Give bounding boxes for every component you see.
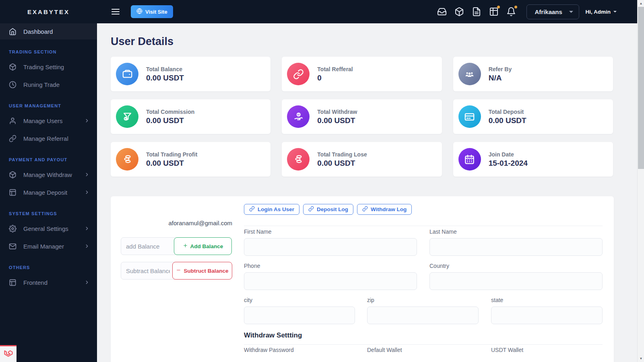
sidebar-item-trading-setting[interactable]: Trading Setting bbox=[0, 58, 97, 76]
user-details-panel: aforanamul@gmail.com Add Balance Subtruc… bbox=[111, 196, 614, 362]
stat-value: 0.00 USDT bbox=[146, 74, 184, 82]
sidebar-item-dashboard[interactable]: Dashboard bbox=[0, 23, 97, 39]
sidebar-item-label: Manage Referral bbox=[23, 135, 68, 142]
withdraw-log-button[interactable]: Withdraw Log bbox=[357, 204, 412, 215]
sidebar-item-frontend[interactable]: Frontend bbox=[0, 274, 97, 291]
sidebar-item-manage-withdraw[interactable]: Manage Withdraw bbox=[0, 166, 97, 183]
last-name-label: Last Name bbox=[429, 228, 457, 235]
section-title: TRADING SECTION bbox=[0, 46, 97, 58]
visit-site-label: Visit Site bbox=[145, 9, 167, 15]
subtract-balance-button[interactable]: Subtruct Balance bbox=[172, 262, 232, 280]
sidebar-item-email-manager[interactable]: Email Manager bbox=[0, 237, 97, 255]
sidebar-item-label: Runing Trade bbox=[23, 81, 60, 88]
sidebar-item-manage-users[interactable]: Manage Users bbox=[0, 112, 97, 130]
stat-card-total-trading-lose: Total Trading Lose0.00 USDT bbox=[282, 142, 442, 177]
layout-grid-icon[interactable] bbox=[489, 7, 499, 16]
stat-label: Total Commission bbox=[146, 109, 194, 115]
chevron-down-icon bbox=[569, 11, 573, 13]
main-content: User Details Total Balance0.00 USDTTotal… bbox=[97, 23, 637, 362]
login-as-user-button[interactable]: Login As User bbox=[244, 204, 299, 215]
svg-text:$: $ bbox=[298, 113, 299, 116]
stat-label: Total Trading Lose bbox=[317, 151, 367, 158]
stat-value: 0.00 USDT bbox=[489, 116, 526, 125]
notification-dot bbox=[497, 6, 500, 8]
stat-label: Join Date bbox=[489, 151, 528, 158]
city-input[interactable] bbox=[244, 306, 355, 324]
stat-label: Total Withdraw bbox=[317, 109, 357, 115]
topbar-right: Afrikaans Hi, Admin bbox=[437, 0, 617, 23]
sidebar-item-label: Email Manager bbox=[23, 243, 64, 250]
sidebar-item-label: General Settings bbox=[23, 225, 68, 232]
calendar-icon bbox=[458, 148, 481, 171]
add-balance-input[interactable] bbox=[121, 237, 175, 255]
package-icon bbox=[9, 171, 17, 179]
user-icon bbox=[9, 117, 17, 125]
file-text-icon[interactable] bbox=[472, 7, 481, 16]
action-label: Deposit Log bbox=[317, 206, 348, 212]
stat-card-total-trading-profit: Total Trading Profit0.00 USDT bbox=[111, 142, 270, 177]
sidebar-item-runing-trade[interactable]: Runing Trade bbox=[0, 76, 97, 93]
laravel-debugbar-toggle[interactable] bbox=[0, 345, 17, 362]
minus-icon bbox=[176, 267, 181, 274]
stat-card-refer-by: Refer ByN/A bbox=[453, 57, 613, 91]
stat-card-join-date: Join Date15-01-2024 bbox=[453, 142, 613, 177]
layout-icon bbox=[9, 279, 17, 286]
sidebar-item-label: Manage Withdraw bbox=[23, 171, 72, 178]
link-icon bbox=[362, 206, 368, 213]
brand-logo: EXABYTEX bbox=[0, 0, 97, 23]
stat-value: 0.00 USDT bbox=[317, 159, 367, 168]
phone-input[interactable] bbox=[244, 272, 417, 290]
inbox-icon[interactable] bbox=[437, 7, 447, 16]
stat-value: 0.00 USDT bbox=[146, 159, 197, 168]
country-input[interactable] bbox=[429, 272, 603, 290]
deposit-log-button[interactable]: Deposit Log bbox=[303, 204, 353, 215]
sidebar-item-manage-referral[interactable]: Manage Referral bbox=[0, 130, 97, 147]
package-icon[interactable] bbox=[454, 7, 464, 16]
zip-input[interactable] bbox=[367, 306, 479, 324]
admin-menu[interactable]: Hi, Admin bbox=[586, 9, 617, 15]
language-select[interactable]: Afrikaans bbox=[526, 4, 579, 19]
scrollbar-thumb[interactable] bbox=[638, 7, 644, 169]
home-icon bbox=[9, 28, 17, 35]
withdraw-password-label: Withdraw Password bbox=[244, 347, 294, 353]
chevron-down-icon bbox=[613, 11, 617, 12]
gear-icon bbox=[9, 225, 17, 232]
stat-card-total-balance: Total Balance0.00 USDT bbox=[111, 57, 270, 91]
usdt-wallet-label: USDT Wallet bbox=[491, 347, 523, 353]
action-label: Withdraw Log bbox=[371, 206, 407, 212]
divider bbox=[244, 344, 603, 345]
section-title: PAYMENT AND PAYOUT bbox=[0, 154, 97, 166]
sidebar-item-general-settings[interactable]: General Settings bbox=[0, 220, 97, 237]
add-balance-button[interactable]: Add Balance bbox=[174, 237, 232, 255]
stat-label: Total Deposit bbox=[489, 109, 526, 115]
first-name-label: First Name bbox=[244, 228, 271, 235]
divider bbox=[244, 226, 603, 226]
stat-card-total-refferal: Total Refferal0 bbox=[282, 57, 442, 91]
stat-label: Total Refferal bbox=[317, 66, 353, 72]
sidebar-item-manage-deposit[interactable]: Manage Deposit bbox=[0, 183, 97, 201]
package-icon bbox=[9, 63, 17, 71]
clock-icon bbox=[9, 81, 17, 88]
topbar-icons bbox=[437, 7, 524, 16]
sidebar-item-label: Manage Deposit bbox=[23, 189, 67, 196]
link-icon bbox=[287, 63, 310, 85]
first-name-input[interactable] bbox=[244, 238, 417, 256]
visit-site-button[interactable]: Visit Site bbox=[131, 5, 173, 18]
funnel-dollar-icon: $ bbox=[116, 105, 138, 128]
last-name-input[interactable] bbox=[429, 238, 603, 256]
action-label: Login As User bbox=[258, 206, 294, 212]
state-input[interactable] bbox=[491, 306, 603, 324]
country-label: Country bbox=[429, 263, 449, 269]
mail-icon bbox=[9, 243, 17, 250]
subtract-balance-input[interactable] bbox=[121, 262, 175, 280]
bell-icon[interactable] bbox=[506, 7, 516, 16]
scrollbar-up-arrow[interactable]: ▲ bbox=[638, 0, 644, 7]
chevron-right-icon bbox=[84, 243, 90, 249]
section-title: SYSTEM SETTINGS bbox=[0, 208, 97, 220]
stat-card-total-withdraw: $Total Withdraw0.00 USDT bbox=[282, 99, 442, 134]
plus-icon bbox=[183, 243, 188, 249]
stat-value: 0 bbox=[317, 74, 353, 82]
phone-label: Phone bbox=[244, 263, 260, 269]
menu-icon[interactable] bbox=[111, 7, 120, 16]
scrollbar-down-arrow[interactable]: ▼ bbox=[638, 355, 644, 362]
